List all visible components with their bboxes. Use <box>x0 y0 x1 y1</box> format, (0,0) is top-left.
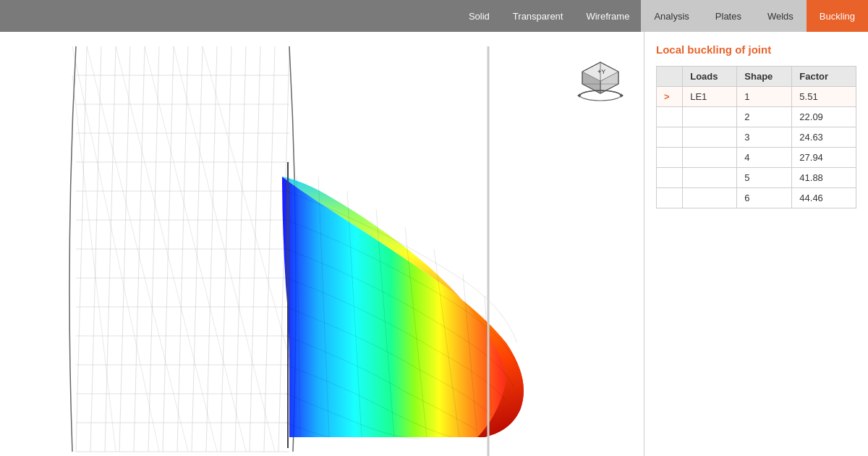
table-row[interactable]: >LE115.51 <box>657 87 856 107</box>
row-arrow <box>657 148 683 168</box>
svg-marker-55 <box>621 93 624 98</box>
row-loads: LE1 <box>683 87 737 107</box>
row-arrow <box>657 107 683 127</box>
col-header-shape: Shape <box>737 67 792 87</box>
view-buttons-group: Solid Transparent Wireframe <box>457 0 641 32</box>
row-arrow <box>657 188 683 208</box>
row-factor: 5.51 <box>792 87 856 107</box>
row-factor: 44.46 <box>792 188 856 208</box>
buckling-table: Loads Shape Factor >LE115.51222.09324.63… <box>656 66 856 208</box>
row-arrow: > <box>657 87 683 107</box>
right-tabs-group: Analysis Plates Welds Buckling <box>641 0 868 32</box>
col-header-factor: Factor <box>792 67 856 87</box>
row-shape: 1 <box>737 87 792 107</box>
row-factor: 24.63 <box>792 127 856 148</box>
svg-marker-56 <box>577 93 580 98</box>
row-loads <box>683 168 737 188</box>
tab-analysis[interactable]: Analysis <box>641 0 702 32</box>
viewport[interactable]: +Y <box>0 32 644 456</box>
row-arrow <box>657 168 683 188</box>
row-shape: 6 <box>737 188 792 208</box>
col-header-arrow <box>657 67 683 87</box>
table-row[interactable]: 541.88 <box>657 168 856 188</box>
right-panel: Local buckling of joint Loads Shape Fact… <box>644 32 868 456</box>
table-row[interactable]: 644.46 <box>657 188 856 208</box>
tab-plates[interactable]: Plates <box>702 0 754 32</box>
row-loads <box>683 148 737 168</box>
wireframe-button[interactable]: Wireframe <box>574 0 641 32</box>
toolbar: Solid Transparent Wireframe Analysis Pla… <box>0 0 868 32</box>
table-row[interactable]: 222.09 <box>657 107 856 127</box>
tab-buckling[interactable]: Buckling <box>807 0 868 32</box>
row-loads <box>683 127 737 148</box>
row-shape: 2 <box>737 107 792 127</box>
row-factor: 41.88 <box>792 168 856 188</box>
main-content: +Y Local buckling of joint Loads Shape F… <box>0 32 868 456</box>
col-header-loads: Loads <box>683 67 737 87</box>
row-arrow <box>657 127 683 148</box>
transparent-button[interactable]: Transparent <box>501 0 575 32</box>
svg-text:+Y: +Y <box>597 68 605 75</box>
tab-welds[interactable]: Welds <box>754 0 807 32</box>
row-loads <box>683 107 737 127</box>
row-shape: 3 <box>737 127 792 148</box>
row-factor: 22.09 <box>792 107 856 127</box>
orientation-cube: +Y <box>571 46 629 104</box>
table-row[interactable]: 427.94 <box>657 148 856 168</box>
table-row[interactable]: 324.63 <box>657 127 856 148</box>
row-factor: 27.94 <box>792 148 856 168</box>
panel-title: Local buckling of joint <box>656 43 856 56</box>
row-loads <box>683 188 737 208</box>
row-shape: 5 <box>737 168 792 188</box>
solid-button[interactable]: Solid <box>457 0 501 32</box>
row-shape: 4 <box>737 148 792 168</box>
